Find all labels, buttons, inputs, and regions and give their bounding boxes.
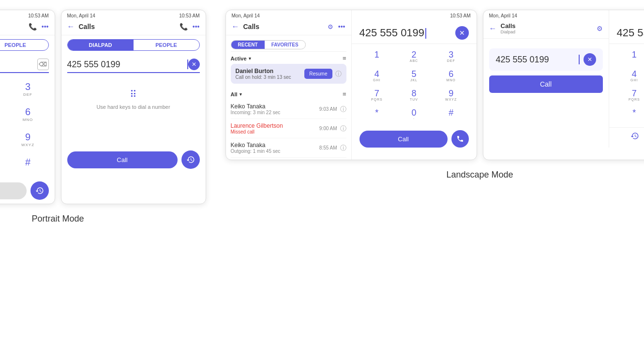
call-button-2[interactable]: Call: [67, 151, 178, 168]
ls1-key-8[interactable]: 8TUV: [396, 87, 432, 104]
ls2-bottom-bar: [609, 127, 644, 148]
keypad-grid-1: 1 2ABC 3DEF 4GHI 5JKL 6MNO 7PQRS 8TUV 9W…: [0, 79, 49, 176]
ls2-number-container: 425 555 0199 ✕: [489, 48, 603, 71]
ls1-phone-icon-btn[interactable]: [451, 130, 469, 148]
ls2-gear-icon[interactable]: ⚙: [597, 25, 603, 32]
ls2-back[interactable]: ←: [489, 24, 497, 33]
tab-dialpad-2[interactable]: DIALPAD: [68, 40, 134, 50]
ls1-clear-btn[interactable]: ✕: [455, 26, 469, 40]
portrait-section: Mon, April 14 10:53 AM ← Make a call 📞 •…: [0, 10, 206, 224]
top-bar-1: Mon, April 14 10:53 AM: [0, 10, 55, 20]
portrait-frame-2: Mon, April 14 10:53 AM ← Calls 📞 ••• DIA…: [61, 10, 206, 204]
landscape-frame-1: Mon, April 14 ← Calls ⚙ •••: [225, 10, 477, 160]
key-1-3[interactable]: 3DEF: [7, 79, 49, 100]
ls1-call-name-3: Keiko Tanaka: [231, 142, 319, 149]
ls1-call-info-icon-2[interactable]: ⓘ: [340, 124, 346, 133]
backspace-btn-1[interactable]: ⌫: [37, 59, 49, 70]
date-2: Mon, April 14: [67, 13, 95, 18]
ls1-key-6[interactable]: 6MNO: [434, 67, 469, 85]
ls1-key-5[interactable]: 5JKL: [396, 67, 432, 85]
ls2-sub-label: Dialpad: [501, 30, 597, 34]
ls1-call-btn[interactable]: Call: [359, 131, 448, 148]
ls1-key-3[interactable]: 3DEF: [434, 48, 469, 65]
history-btn-2[interactable]: [181, 150, 200, 169]
ls1-call-detail-2: Missed call: [231, 129, 319, 134]
key-1-5[interactable]: 5JKL: [0, 104, 3, 125]
key-1-9[interactable]: 9WXYZ: [7, 129, 49, 150]
ls1-more-icon[interactable]: •••: [338, 23, 345, 30]
ls2-history-icon[interactable]: [630, 132, 639, 143]
backspace-btn-2[interactable]: ✕: [188, 59, 200, 70]
number-display-2: 425 555 0199: [67, 60, 186, 70]
ls1-all-title: All ▾: [231, 91, 242, 97]
key-1-hash[interactable]: #: [7, 154, 49, 176]
ls1-call-info-icon-3[interactable]: ⓘ: [340, 144, 346, 152]
ls1-active-call-card: Daniel Burton Call on hold: 3 min 13 sec…: [231, 64, 346, 84]
ls1-tab-recent[interactable]: RECENT: [231, 41, 265, 49]
ls2-clear-btn[interactable]: ✕: [584, 53, 596, 66]
ls1-info-icon[interactable]: ⓘ: [335, 70, 342, 78]
ls1-key-star[interactable]: *: [359, 106, 395, 123]
ls2-key-4[interactable]: 4GHI: [617, 67, 644, 85]
ls1-back[interactable]: ←: [232, 22, 240, 31]
landscape-label: Landscape Mode: [446, 170, 513, 180]
ls2-key-1[interactable]: 1: [617, 48, 644, 65]
call-button-1[interactable]: Call: [0, 182, 27, 199]
ls1-key-2[interactable]: 2ABC: [396, 48, 432, 65]
ls2-cursor: [579, 55, 580, 64]
portrait-label: Portrait Mode: [31, 214, 84, 224]
ls1-call-name-1: Keiko Tanaka: [231, 103, 319, 110]
ls2-key-star[interactable]: *: [617, 106, 644, 123]
key-1-0[interactable]: 0+: [0, 154, 3, 176]
landscape-left-1: Mon, April 14 ← Calls ⚙ •••: [226, 10, 352, 160]
ls1-all-section: All ▾ ≡: [231, 88, 346, 100]
back-arrow-2[interactable]: ←: [67, 22, 75, 31]
ls1-call-item-3: Keiko Tanaka Outgoing: 1 min 45 sec 8:55…: [231, 138, 346, 158]
landscape-right-2: 10:53 AM 425 555 0199 ✕ 1 2ABC 3DEF 4GHI: [609, 10, 644, 148]
ls1-gear-icon[interactable]: ⚙: [328, 23, 333, 30]
ls1-active-title: Active ▾: [231, 56, 251, 61]
ls1-all-filter-icon[interactable]: ≡: [343, 90, 346, 98]
key-1-2[interactable]: 2ABC: [0, 79, 3, 100]
ls1-key-9[interactable]: 9WXYZ: [434, 87, 469, 104]
ls1-key-1[interactable]: 1: [359, 48, 395, 65]
landscape-section: Mon, April 14 ← Calls ⚙ •••: [225, 10, 644, 224]
number-input-container-1: ⌫: [0, 59, 49, 73]
ls2-call-btn[interactable]: Call: [489, 75, 603, 93]
ls1-call-time-3: 8:55 AM: [319, 145, 337, 150]
ls2-icons: ⚙: [597, 25, 603, 32]
ls1-resume-btn[interactable]: Resume: [304, 69, 332, 79]
ls1-call-detail-3: Outgoing: 1 min 45 sec: [231, 149, 319, 154]
ls1-filter-icon[interactable]: ≡: [343, 55, 346, 62]
ls1-call-detail-1: Incoming: 3 min 22 sec: [231, 110, 319, 115]
landscape-left-2: Mon, April 14 ← Calls Dialpad ⚙: [483, 10, 609, 148]
ls1-key-hash[interactable]: #: [434, 106, 469, 123]
ls1-call-info-icon-1[interactable]: ⓘ: [340, 105, 346, 114]
phone-icon-2[interactable]: 📞: [180, 23, 188, 30]
ls2-header: ← Calls Dialpad ⚙: [483, 20, 609, 39]
tab-people-2[interactable]: PEOPLE: [134, 40, 199, 50]
ls1-keypad: 1 2ABC 3DEF 4GHI 5JKL 6MNO 7PQRS 8TUV 9W…: [352, 44, 477, 127]
top-bar-2: Mon, April 14 10:53 AM: [61, 10, 206, 20]
ls1-number-row: 425 555 0199 ✕: [352, 20, 477, 44]
dialpad-dots-icon: ⠿: [130, 89, 137, 100]
more-icon-1[interactable]: •••: [42, 23, 49, 30]
tab-people-1[interactable]: PEOPLE: [0, 40, 48, 50]
ls1-tab-favorites[interactable]: FAVORITES: [265, 41, 305, 49]
history-btn-1[interactable]: [30, 181, 49, 200]
ls1-key-7[interactable]: 7PQRS: [359, 87, 395, 104]
key-1-8[interactable]: 8TUV: [0, 129, 3, 150]
phone-icon-1[interactable]: 📞: [29, 23, 37, 30]
ls2-number-area: 425 555 0199 ✕ Call: [483, 39, 609, 101]
header-icons-2: 📞 •••: [180, 23, 200, 30]
ls2-right-topbar: 10:53 AM: [609, 10, 644, 20]
main-container: Mon, April 14 10:53 AM ← Make a call 📞 •…: [10, 10, 634, 224]
ls2-top-bar: Mon, April 14: [483, 10, 609, 20]
ls1-key-4[interactable]: 4GHI: [359, 67, 395, 85]
ls2-key-7[interactable]: 7PQRS: [617, 87, 644, 104]
key-1-6[interactable]: 6MNO: [7, 104, 49, 125]
more-icon-2[interactable]: •••: [193, 23, 200, 30]
portrait-frame-1: Mon, April 14 10:53 AM ← Make a call 📞 •…: [0, 10, 55, 204]
ls1-key-0[interactable]: 0·: [396, 106, 432, 123]
ls1-active-status: Call on hold: 3 min 13 sec: [236, 75, 305, 80]
